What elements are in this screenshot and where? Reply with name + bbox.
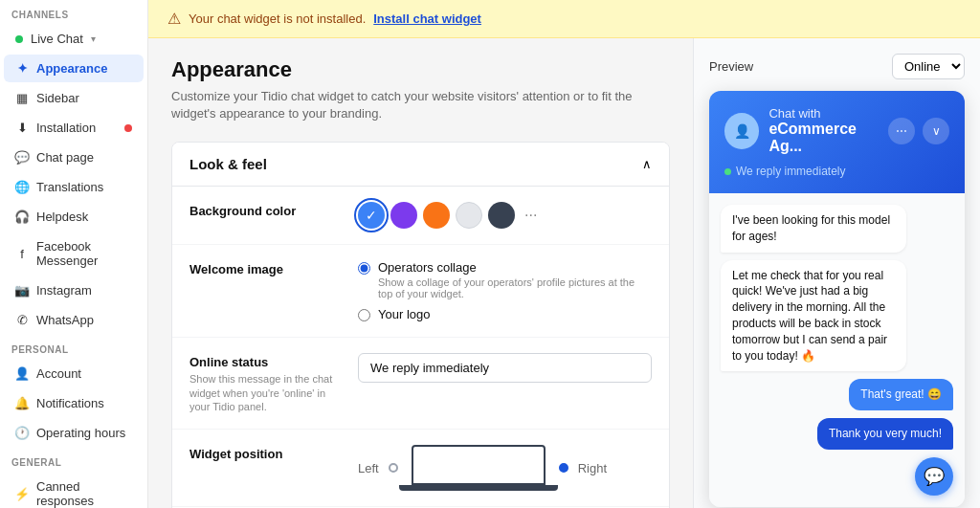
your-logo-radio[interactable] — [358, 309, 370, 321]
sidebar-item-chat-page[interactable]: 💬 Chat page — [4, 144, 144, 171]
agent-greeting: Chat with — [768, 106, 888, 121]
message-3: That's great! 😄 — [849, 379, 953, 410]
sidebar-item-label: Notifications — [36, 396, 104, 410]
appearance-icon: ✦ — [15, 62, 29, 76]
minimize-button[interactable]: ∨ — [923, 118, 949, 144]
facebook-icon: f — [15, 247, 29, 260]
welcome-image-label: Welcome image — [189, 260, 343, 276]
sidebar-item-whatsapp[interactable]: ✆ WhatsApp — [4, 306, 144, 334]
content-area: Appearance Customize your Tidio chat wid… — [148, 38, 980, 508]
sidebar-item-installation[interactable]: ⬇ Installation — [4, 114, 144, 142]
sidebar-item-label: Appearance — [36, 61, 107, 76]
page-subtitle: Customize your Tidio chat widget to catc… — [171, 88, 670, 122]
card-body: Background color ✓ ··· — [172, 187, 669, 508]
sidebar-item-canned-responses[interactable]: ⚡ Canned responses — [4, 473, 144, 508]
alert-message: Your chat widget is not installed. — [189, 11, 366, 26]
chat-page-icon: 💬 — [15, 151, 29, 165]
sidebar-item-live-chat[interactable]: Live Chat ▾ — [4, 25, 144, 53]
online-status-sublabel: Show this message in the chat widget whe… — [189, 372, 343, 413]
widget-position-row: Widget position Left — [172, 430, 669, 507]
online-status-label: Online status Show this message in the c… — [189, 353, 343, 413]
online-status-row: Online status Show this message in the c… — [172, 338, 669, 430]
welcome-image-row: Welcome image Operators collage Show a c… — [172, 245, 669, 338]
widget-position-label: Widget position — [189, 445, 343, 461]
your-logo-option[interactable]: Your logo — [358, 307, 652, 321]
sidebar-item-label: Chat page — [36, 150, 94, 165]
color-swatch-orange[interactable] — [423, 202, 450, 229]
sidebar-item-translations[interactable]: 🌐 Translations — [4, 173, 144, 201]
sidebar-item-notifications[interactable]: 🔔 Notifications — [4, 389, 144, 417]
position-selector: Left Right — [358, 445, 652, 491]
sidebar-item-label: Installation — [36, 121, 96, 135]
translations-icon: 🌐 — [15, 181, 29, 194]
settings-panel: Appearance Customize your Tidio chat wid… — [148, 38, 693, 508]
chat-widget-header: 👤 Chat with eCommerce Ag... ⋯ ∨ — [709, 91, 965, 193]
preview-label: Preview — [709, 59, 753, 74]
installation-badge — [124, 124, 132, 132]
instagram-icon: 📷 — [15, 284, 29, 298]
color-swatch-dark[interactable] — [488, 202, 515, 229]
online-status-input[interactable] — [358, 353, 652, 383]
sidebar-item-operating-hours[interactable]: 🕐 Operating hours — [4, 419, 144, 447]
look-feel-card-header[interactable]: Look & feel ∧ — [172, 143, 669, 187]
widget-position-control: Left Right — [358, 445, 652, 491]
online-status-input-container — [358, 353, 652, 383]
warning-icon: ⚠ — [167, 10, 181, 28]
sidebar-item-sidebar[interactable]: ▦ Sidebar — [4, 84, 144, 112]
header-actions: ⋯ ∨ — [888, 118, 949, 144]
sidebar-item-label: Canned responses — [36, 479, 132, 508]
collapse-icon: ∧ — [642, 157, 652, 171]
account-icon: 👤 — [15, 367, 29, 381]
status-dot — [724, 168, 731, 175]
sidebar-item-label: Operating hours — [36, 426, 125, 440]
operators-collage-option[interactable]: Operators collage Show a collage of your… — [358, 260, 652, 299]
canned-responses-icon: ⚡ — [15, 487, 29, 500]
chat-fab[interactable]: 💬 — [915, 457, 953, 496]
main-content: ⚠ Your chat widget is not installed. Ins… — [148, 0, 980, 508]
sidebar-item-account[interactable]: 👤 Account — [4, 360, 144, 387]
message-4: Thank you very much! — [817, 418, 953, 450]
sidebar-item-label: Sidebar — [36, 91, 79, 105]
right-position-dot[interactable] — [559, 463, 568, 473]
chat-status: We reply immediately — [724, 165, 949, 178]
sidebar-item-instagram[interactable]: 📷 Instagram — [4, 276, 144, 304]
sidebar-item-facebook[interactable]: f Facebook Messenger — [4, 232, 144, 275]
color-swatch-purple[interactable] — [390, 202, 417, 229]
install-widget-link[interactable]: Install chat widget — [373, 11, 481, 26]
operators-collage-radio[interactable] — [358, 262, 370, 275]
sidebar-item-appearance[interactable]: ✦ Appearance — [4, 55, 144, 82]
sidebar-icon: ▦ — [15, 92, 29, 105]
avatar: 👤 — [724, 113, 759, 149]
general-section-header: GENERAL — [0, 448, 147, 472]
message-1: I've been looking for this model for age… — [721, 205, 906, 253]
sidebar: CHANNELS Live Chat ▾ ✦ Appearance ▦ Side… — [0, 0, 148, 508]
page-title: Appearance — [171, 57, 670, 82]
personal-section-header: PERSONAL — [0, 335, 147, 359]
sidebar-item-label: Helpdesk — [36, 210, 88, 224]
preview-header: Preview Online Offline — [709, 54, 965, 79]
your-logo-label: Your logo — [378, 307, 430, 321]
agent-info: 👤 Chat with eCommerce Ag... — [724, 106, 888, 155]
alert-banner: ⚠ Your chat widget is not installed. Ins… — [148, 0, 980, 38]
sidebar-item-label: Account — [36, 366, 81, 381]
sidebar-item-helpdesk[interactable]: 🎧 Helpdesk — [4, 203, 144, 231]
notifications-icon: 🔔 — [15, 397, 29, 410]
status-message: We reply immediately — [736, 165, 845, 178]
installation-icon: ⬇ — [15, 121, 29, 135]
look-feel-card: Look & feel ∧ Background color ✓ — [171, 142, 670, 508]
chat-messages: I've been looking for this model for age… — [709, 193, 965, 507]
left-position-dot[interactable] — [389, 463, 398, 473]
sidebar-item-label: Facebook Messenger — [36, 239, 132, 268]
sidebar-item-label: Translations — [36, 180, 103, 194]
more-colors-button[interactable]: ··· — [521, 207, 541, 224]
preview-status-select[interactable]: Online Offline — [892, 54, 965, 79]
channels-section-header: CHANNELS — [0, 0, 147, 24]
agent-name: eCommerce Ag... — [768, 121, 888, 155]
left-label: Left — [358, 461, 379, 475]
whatsapp-icon: ✆ — [15, 314, 29, 327]
bg-color-label: Background color — [189, 202, 343, 218]
color-swatch-light[interactable] — [456, 202, 482, 229]
chat-widget-preview: 👤 Chat with eCommerce Ag... ⋯ ∨ — [709, 91, 965, 507]
more-options-button[interactable]: ⋯ — [888, 118, 915, 144]
color-swatch-blue[interactable]: ✓ — [358, 202, 385, 229]
